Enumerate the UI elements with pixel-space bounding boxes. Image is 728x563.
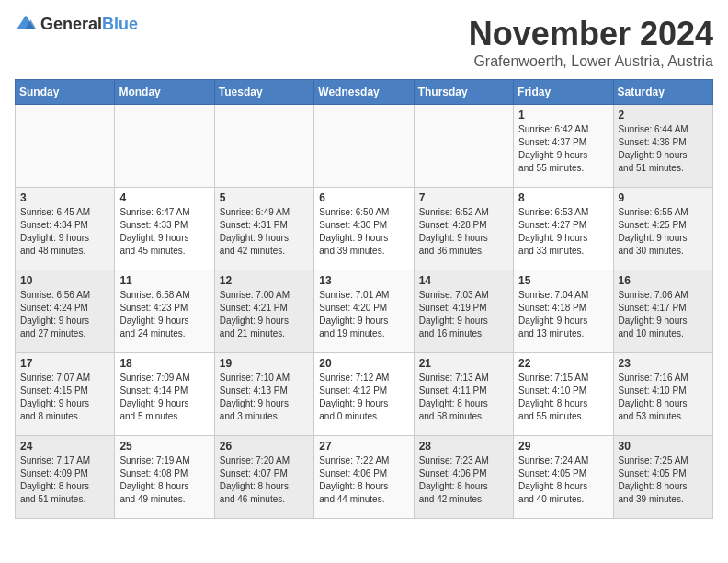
- day-cell: 28Sunrise: 7:23 AMSunset: 4:06 PMDayligh…: [414, 436, 513, 519]
- day-cell: [115, 105, 214, 188]
- day-number: 24: [20, 440, 109, 453]
- logo-icon: [15, 14, 37, 32]
- day-number: 14: [419, 274, 508, 287]
- day-info: Sunrise: 7:04 AMSunset: 4:18 PMDaylight:…: [518, 289, 608, 340]
- day-number: 29: [518, 440, 608, 453]
- day-number: 26: [220, 440, 309, 453]
- week-row-2: 3Sunrise: 6:45 AMSunset: 4:34 PMDaylight…: [16, 188, 713, 270]
- day-cell: 29Sunrise: 7:24 AMSunset: 4:05 PMDayligh…: [514, 436, 613, 519]
- day-cell: 7Sunrise: 6:52 AMSunset: 4:28 PMDaylight…: [414, 188, 513, 270]
- day-number: 1: [518, 109, 608, 121]
- day-number: 18: [119, 357, 209, 370]
- header-cell-tuesday: Tuesday: [214, 80, 313, 105]
- day-cell: 23Sunrise: 7:16 AMSunset: 4:10 PMDayligh…: [613, 353, 712, 436]
- day-cell: 25Sunrise: 7:19 AMSunset: 4:08 PMDayligh…: [115, 436, 214, 519]
- day-info: Sunrise: 7:06 AMSunset: 4:17 PMDaylight:…: [619, 289, 708, 340]
- day-number: 12: [220, 274, 309, 287]
- day-info: Sunrise: 7:03 AMSunset: 4:19 PMDaylight:…: [419, 289, 508, 340]
- title-area: November 2024 Grafenwoerth, Lower Austri…: [469, 15, 713, 70]
- day-info: Sunrise: 6:58 AMSunset: 4:23 PMDaylight:…: [119, 289, 209, 340]
- day-info: Sunrise: 7:01 AMSunset: 4:20 PMDaylight:…: [319, 289, 408, 340]
- day-info: Sunrise: 7:19 AMSunset: 4:08 PMDaylight:…: [119, 454, 209, 506]
- day-cell: 27Sunrise: 7:22 AMSunset: 4:06 PMDayligh…: [314, 436, 414, 519]
- day-info: Sunrise: 7:15 AMSunset: 4:10 PMDaylight:…: [518, 372, 608, 423]
- calendar-table: SundayMondayTuesdayWednesdayThursdayFrid…: [15, 79, 713, 519]
- day-info: Sunrise: 7:23 AMSunset: 4:06 PMDaylight:…: [419, 454, 508, 506]
- day-number: 6: [319, 191, 408, 204]
- day-number: 7: [419, 191, 508, 204]
- day-number: 20: [319, 357, 408, 370]
- day-cell: [214, 105, 313, 188]
- day-number: 8: [518, 191, 608, 204]
- day-number: 5: [220, 191, 309, 204]
- day-cell: 8Sunrise: 6:53 AMSunset: 4:27 PMDaylight…: [514, 188, 613, 270]
- day-number: 19: [220, 357, 309, 370]
- day-cell: 30Sunrise: 7:25 AMSunset: 4:05 PMDayligh…: [613, 436, 712, 519]
- header-cell-sunday: Sunday: [16, 80, 115, 105]
- day-cell: [16, 105, 115, 188]
- day-info: Sunrise: 7:10 AMSunset: 4:13 PMDaylight:…: [220, 372, 309, 423]
- day-cell: 2Sunrise: 6:44 AMSunset: 4:36 PMDaylight…: [613, 105, 712, 188]
- header: GeneralBlue November 2024 Grafenwoerth, …: [15, 15, 713, 70]
- day-number: 15: [518, 274, 608, 287]
- day-info: Sunrise: 6:49 AMSunset: 4:31 PMDaylight:…: [220, 206, 309, 258]
- header-row: SundayMondayTuesdayWednesdayThursdayFrid…: [16, 80, 713, 105]
- day-number: 13: [319, 274, 408, 287]
- day-number: 27: [319, 440, 408, 453]
- day-number: 2: [619, 109, 708, 121]
- day-cell: 4Sunrise: 6:47 AMSunset: 4:33 PMDaylight…: [115, 188, 214, 270]
- day-info: Sunrise: 7:09 AMSunset: 4:14 PMDaylight:…: [119, 372, 209, 423]
- day-info: Sunrise: 7:24 AMSunset: 4:05 PMDaylight:…: [518, 454, 608, 506]
- day-info: Sunrise: 6:47 AMSunset: 4:33 PMDaylight:…: [119, 206, 209, 258]
- day-cell: 13Sunrise: 7:01 AMSunset: 4:20 PMDayligh…: [314, 270, 414, 353]
- day-cell: 18Sunrise: 7:09 AMSunset: 4:14 PMDayligh…: [115, 353, 214, 436]
- day-number: 30: [619, 440, 708, 453]
- day-cell: 12Sunrise: 7:00 AMSunset: 4:21 PMDayligh…: [214, 270, 313, 353]
- month-title: November 2024: [469, 15, 713, 53]
- week-row-4: 17Sunrise: 7:07 AMSunset: 4:15 PMDayligh…: [16, 353, 713, 436]
- calendar-header: SundayMondayTuesdayWednesdayThursdayFrid…: [16, 80, 713, 105]
- day-number: 23: [619, 357, 708, 370]
- day-info: Sunrise: 6:56 AMSunset: 4:24 PMDaylight:…: [20, 289, 109, 340]
- day-cell: [414, 105, 513, 188]
- day-cell: 20Sunrise: 7:12 AMSunset: 4:12 PMDayligh…: [314, 353, 414, 436]
- day-info: Sunrise: 7:16 AMSunset: 4:10 PMDaylight:…: [619, 372, 708, 423]
- day-info: Sunrise: 7:00 AMSunset: 4:21 PMDaylight:…: [220, 289, 309, 340]
- day-info: Sunrise: 6:55 AMSunset: 4:25 PMDaylight:…: [619, 206, 708, 258]
- day-number: 3: [20, 191, 109, 204]
- day-number: 4: [119, 191, 209, 204]
- day-cell: 11Sunrise: 6:58 AMSunset: 4:23 PMDayligh…: [115, 270, 214, 353]
- day-number: 11: [119, 274, 209, 287]
- day-cell: 3Sunrise: 6:45 AMSunset: 4:34 PMDaylight…: [16, 188, 115, 270]
- logo-text-blue: Blue: [102, 15, 138, 33]
- day-number: 10: [20, 274, 109, 287]
- day-info: Sunrise: 7:20 AMSunset: 4:07 PMDaylight:…: [220, 454, 309, 506]
- day-cell: [314, 105, 414, 188]
- day-info: Sunrise: 7:13 AMSunset: 4:11 PMDaylight:…: [419, 372, 508, 423]
- day-info: Sunrise: 7:22 AMSunset: 4:06 PMDaylight:…: [319, 454, 408, 506]
- day-number: 28: [419, 440, 508, 453]
- day-number: 9: [619, 191, 708, 204]
- day-cell: 6Sunrise: 6:50 AMSunset: 4:30 PMDaylight…: [314, 188, 414, 270]
- day-info: Sunrise: 7:12 AMSunset: 4:12 PMDaylight:…: [319, 372, 408, 423]
- day-number: 21: [419, 357, 508, 370]
- day-cell: 19Sunrise: 7:10 AMSunset: 4:13 PMDayligh…: [214, 353, 313, 436]
- day-cell: 22Sunrise: 7:15 AMSunset: 4:10 PMDayligh…: [514, 353, 613, 436]
- day-cell: 16Sunrise: 7:06 AMSunset: 4:17 PMDayligh…: [613, 270, 712, 353]
- day-info: Sunrise: 6:42 AMSunset: 4:37 PMDaylight:…: [518, 123, 608, 175]
- day-number: 22: [518, 357, 608, 370]
- header-cell-friday: Friday: [514, 80, 613, 105]
- day-cell: 26Sunrise: 7:20 AMSunset: 4:07 PMDayligh…: [214, 436, 313, 519]
- calendar-body: 1Sunrise: 6:42 AMSunset: 4:37 PMDaylight…: [16, 105, 713, 519]
- day-cell: 9Sunrise: 6:55 AMSunset: 4:25 PMDaylight…: [613, 188, 712, 270]
- day-info: Sunrise: 6:45 AMSunset: 4:34 PMDaylight:…: [20, 206, 109, 258]
- day-cell: 21Sunrise: 7:13 AMSunset: 4:11 PMDayligh…: [414, 353, 513, 436]
- day-info: Sunrise: 6:50 AMSunset: 4:30 PMDaylight:…: [319, 206, 408, 258]
- location-title: Grafenwoerth, Lower Austria, Austria: [469, 53, 713, 70]
- day-cell: 15Sunrise: 7:04 AMSunset: 4:18 PMDayligh…: [514, 270, 613, 353]
- day-info: Sunrise: 6:44 AMSunset: 4:36 PMDaylight:…: [619, 123, 708, 175]
- day-info: Sunrise: 6:53 AMSunset: 4:27 PMDaylight:…: [518, 206, 608, 258]
- day-number: 25: [119, 440, 209, 453]
- day-cell: 1Sunrise: 6:42 AMSunset: 4:37 PMDaylight…: [514, 105, 613, 188]
- header-cell-thursday: Thursday: [414, 80, 513, 105]
